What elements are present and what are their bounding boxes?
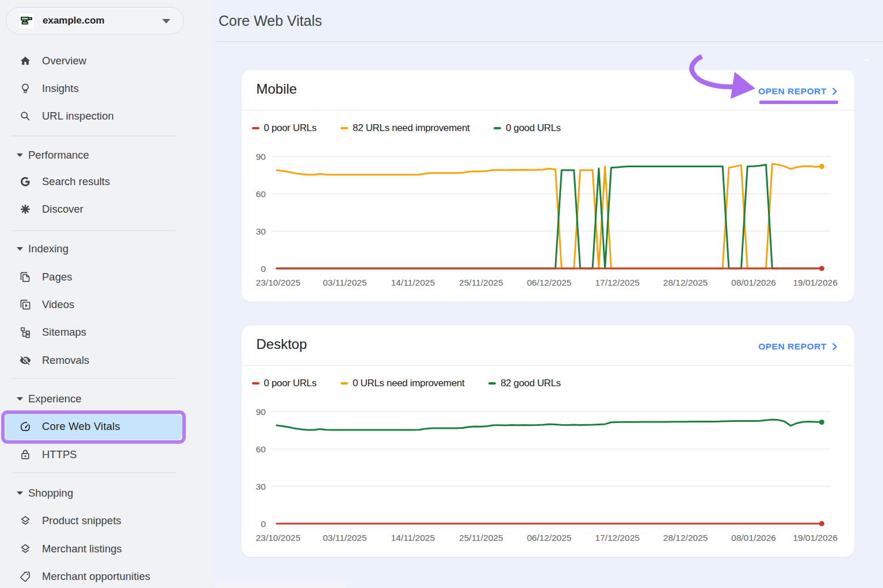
svg-text:03/11/2025: 03/11/2025 (323, 533, 366, 543)
svg-text:23/10/2025: 23/10/2025 (256, 533, 301, 543)
svg-text:25/11/2025: 25/11/2025 (459, 533, 503, 543)
svg-text:0: 0 (261, 264, 266, 274)
svg-text:17/12/2025: 17/12/2025 (595, 278, 640, 287)
svg-text:30: 30 (256, 482, 266, 491)
svg-text:28/12/2025: 28/12/2025 (663, 533, 708, 543)
svg-text:19/01/2026: 19/01/2026 (793, 533, 838, 543)
svg-text:0: 0 (261, 519, 266, 529)
svg-text:06/12/2025: 06/12/2025 (527, 278, 572, 287)
svg-text:28/12/2025: 28/12/2025 (663, 278, 708, 287)
svg-text:08/01/2026: 08/01/2026 (731, 278, 776, 287)
svg-text:03/11/2025: 03/11/2025 (323, 278, 366, 287)
svg-text:19/01/2026: 19/01/2026 (793, 278, 838, 287)
svg-text:23/10/2025: 23/10/2025 (256, 278, 301, 287)
svg-text:14/11/2025: 14/11/2025 (391, 533, 435, 543)
svg-text:06/12/2025: 06/12/2025 (527, 533, 572, 543)
svg-text:30: 30 (256, 226, 266, 236)
svg-text:60: 60 (256, 189, 266, 199)
svg-text:60: 60 (256, 444, 266, 454)
svg-text:90: 90 (256, 152, 266, 162)
svg-text:14/11/2025: 14/11/2025 (391, 278, 435, 287)
svg-text:90: 90 (256, 407, 266, 417)
svg-text:25/11/2025: 25/11/2025 (459, 278, 503, 287)
svg-text:08/01/2026: 08/01/2026 (731, 533, 776, 543)
svg-text:17/12/2025: 17/12/2025 (595, 533, 640, 543)
